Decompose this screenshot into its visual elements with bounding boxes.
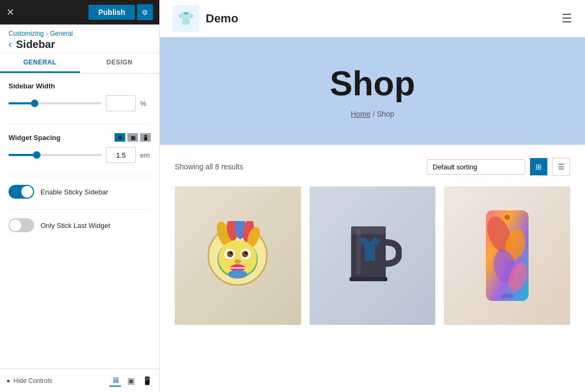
panel-title: Sidebar xyxy=(16,38,55,51)
shop-hero: Shop Home / Shop xyxy=(160,37,585,145)
sticky-sidebar-toggle[interactable] xyxy=(9,185,34,199)
publish-settings-button[interactable]: ⚙ xyxy=(137,4,153,20)
panel-title-row: ‹ Sidebar xyxy=(9,38,151,51)
sidebar-width-track[interactable] xyxy=(9,102,102,104)
product-card[interactable] xyxy=(310,186,436,325)
bottom-bar: ● Hide Controls 🖥 ▣ 📱 xyxy=(0,369,159,392)
tab-general[interactable]: GENERAL xyxy=(0,53,80,73)
tablet-preview-button[interactable]: ▣ xyxy=(125,375,137,387)
hide-controls-label: Hide Controls xyxy=(13,377,52,385)
svg-point-11 xyxy=(242,251,248,257)
gear-icon: ⚙ xyxy=(142,9,148,17)
breadcrumb-separator: › xyxy=(46,30,48,37)
sticky-sidebar-toggle-row: Enable Sticky Sidebar xyxy=(9,185,151,199)
product-image-2 xyxy=(310,186,436,325)
widget-spacing-slider-row: em xyxy=(9,147,151,163)
panel-content: Sidebar Width % Widget Spacing 🖥 ▣ 📱 xyxy=(0,74,159,369)
phone-case-svg xyxy=(481,208,534,304)
widget-spacing-label: Widget Spacing xyxy=(9,134,60,142)
last-widget-thumb xyxy=(10,219,21,231)
desktop-preview-button[interactable]: 🖥 xyxy=(109,375,121,387)
widget-spacing-label-row: Widget Spacing 🖥 ▣ 📱 xyxy=(9,133,151,142)
last-widget-toggle[interactable] xyxy=(9,218,34,232)
mask-svg xyxy=(203,221,272,290)
shop-breadcrumb: Home / Shop xyxy=(170,110,574,118)
last-widget-toggle-row: Only Stick Last Widget xyxy=(9,218,151,232)
breadcrumb-area: Customizing › General ‹ Sidebar xyxy=(0,24,159,53)
site-logo: 👕 Demo xyxy=(173,5,238,32)
hamburger-menu-icon[interactable]: ☰ xyxy=(562,12,572,26)
hero-breadcrumb-sep: / xyxy=(372,110,377,118)
grid-icon: ⊞ xyxy=(535,162,542,171)
sidebar-width-label: Sidebar Width xyxy=(9,82,151,90)
sidebar-width-thumb[interactable] xyxy=(31,100,38,107)
shop-toolbar: Showing all 8 results Default sorting So… xyxy=(175,158,570,176)
sidebar-width-slider-row: % xyxy=(9,95,151,111)
svg-rect-21 xyxy=(350,277,387,281)
breadcrumb-home-link[interactable]: Home xyxy=(351,110,370,118)
widget-spacing-thumb[interactable] xyxy=(33,151,40,159)
list-icon: ☰ xyxy=(558,162,565,171)
top-bar: ✕ Publish ⚙ xyxy=(0,0,159,24)
eye-icon: ● xyxy=(6,377,10,385)
sorting-controls: Default sorting Sort by popularity Sort … xyxy=(427,158,570,176)
view-icons: 🖥 ▣ 📱 xyxy=(115,133,151,142)
widget-spacing-track[interactable] xyxy=(9,154,102,156)
products-grid xyxy=(175,186,570,325)
last-widget-label: Only Stick Last Widget xyxy=(40,222,110,230)
desktop-view-icon[interactable]: 🖥 xyxy=(115,133,125,142)
publish-button[interactable]: Publish xyxy=(88,5,135,20)
svg-point-14 xyxy=(234,259,241,264)
customizer-panel: ✕ Publish ⚙ Customizing › General ‹ Side… xyxy=(0,0,160,392)
svg-rect-29 xyxy=(501,294,514,298)
widget-spacing-block: Widget Spacing 🖥 ▣ 📱 em xyxy=(9,133,151,163)
svg-point-17 xyxy=(228,270,247,279)
product-image-1 xyxy=(175,186,301,325)
sidebar-width-input[interactable] xyxy=(106,95,136,111)
widget-spacing-fill xyxy=(9,154,37,156)
mug-svg xyxy=(343,216,402,296)
publish-group: Publish ⚙ xyxy=(88,4,153,20)
product-card[interactable] xyxy=(175,186,301,325)
shop-content: Showing all 8 results Default sorting So… xyxy=(160,145,585,392)
site-name: Demo xyxy=(206,12,238,26)
widget-spacing-unit: em xyxy=(140,151,151,159)
close-button[interactable]: ✕ xyxy=(6,6,14,18)
divider-2 xyxy=(9,176,151,176)
back-button[interactable]: ‹ xyxy=(9,39,12,50)
sort-select[interactable]: Default sorting Sort by popularity Sort … xyxy=(427,159,525,175)
breadcrumb-current[interactable]: General xyxy=(50,30,73,37)
svg-point-10 xyxy=(227,251,233,257)
product-image-3 xyxy=(444,186,570,325)
view-buttons: 🖥 ▣ 📱 xyxy=(109,375,153,387)
sticky-sidebar-thumb xyxy=(21,186,33,198)
mobile-view-icon[interactable]: 📱 xyxy=(140,133,151,142)
divider-1 xyxy=(9,124,151,125)
tablet-view-icon[interactable]: ▣ xyxy=(127,133,138,142)
breadcrumb-root[interactable]: Customizing xyxy=(9,30,44,37)
grid-view-button[interactable]: ⊞ xyxy=(530,158,548,176)
svg-rect-20 xyxy=(356,229,361,274)
svg-point-28 xyxy=(505,215,510,220)
list-view-button[interactable]: ☰ xyxy=(552,158,570,176)
tabs-row: GENERAL DESIGN xyxy=(0,53,159,74)
hide-controls-button[interactable]: ● Hide Controls xyxy=(6,377,52,385)
logo-icon: 👕 xyxy=(173,5,199,32)
tab-design[interactable]: DESIGN xyxy=(80,53,160,73)
product-card[interactable] xyxy=(444,186,570,325)
widget-spacing-input[interactable] xyxy=(106,147,136,163)
shop-title: Shop xyxy=(170,64,574,103)
results-count: Showing all 8 results xyxy=(175,162,243,171)
svg-point-13 xyxy=(245,252,247,254)
hero-breadcrumb-current: Shop xyxy=(377,110,394,118)
site-header: 👕 Demo ☰ xyxy=(160,0,585,37)
sidebar-width-block: Sidebar Width % xyxy=(9,82,151,111)
divider-3 xyxy=(9,209,151,210)
sticky-sidebar-label: Enable Sticky Sidebar xyxy=(40,188,108,196)
shirt-icon: 👕 xyxy=(178,11,194,26)
svg-rect-19 xyxy=(351,226,386,234)
mobile-preview-button[interactable]: 📱 xyxy=(141,375,153,387)
sidebar-width-unit: % xyxy=(140,100,151,108)
svg-point-12 xyxy=(230,252,232,254)
preview-panel: 👕 Demo ☰ Shop Home / Shop Showing all 8 … xyxy=(160,0,585,392)
